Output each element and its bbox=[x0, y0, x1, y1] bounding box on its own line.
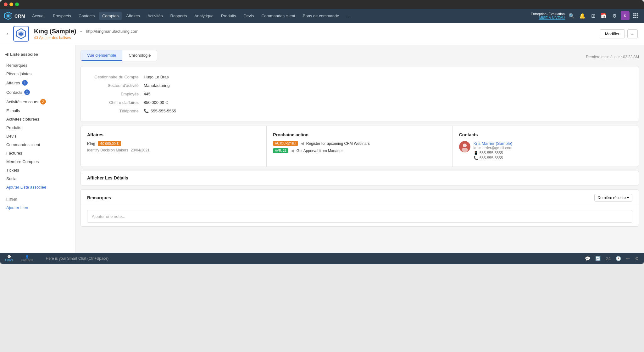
nav-contacts[interactable]: Contacts bbox=[75, 12, 98, 20]
bottombar-clock-icon[interactable]: 🕐 bbox=[616, 256, 621, 261]
action-text-2: Get Apporval from Manager bbox=[297, 149, 343, 153]
modifier-button[interactable]: Modifier bbox=[600, 29, 625, 38]
nav-prospects[interactable]: Prospects bbox=[50, 12, 74, 20]
details-header[interactable]: Afficher Les Détails bbox=[81, 171, 639, 185]
close-button[interactable] bbox=[4, 3, 8, 6]
note-input[interactable]: Ajouter une note... bbox=[87, 210, 632, 223]
user-avatar[interactable]: K bbox=[621, 11, 630, 20]
svg-point-8 bbox=[462, 148, 468, 152]
bottombar-chat-icon[interactable]: 💬 bbox=[585, 256, 590, 261]
sidebar-toggle[interactable]: ◀ Liste associée bbox=[0, 50, 75, 59]
enterprise-name: Entreprise- Évaluation bbox=[531, 12, 565, 16]
bottombar-chats[interactable]: 💬 Chats bbox=[5, 255, 13, 262]
minimize-button[interactable] bbox=[9, 3, 13, 6]
app-logo: CRM bbox=[4, 11, 25, 20]
nav-rapports[interactable]: Rapports bbox=[167, 12, 190, 20]
sidebar-toggle-icon: ◀ bbox=[5, 52, 8, 57]
sidebar-item-pieces[interactable]: Pièces jointes bbox=[0, 70, 75, 78]
calendar-icon[interactable]: 📅 bbox=[599, 11, 608, 20]
tab-chronologie[interactable]: Chronologie bbox=[122, 50, 157, 61]
mobile-icon: 📱 bbox=[474, 151, 478, 155]
nav-analytique[interactable]: Analytique bbox=[191, 12, 217, 20]
derniere-recente-dropdown[interactable]: Dernière récente ▾ bbox=[594, 194, 632, 202]
nav-accueil[interactable]: Accueil bbox=[29, 12, 48, 20]
sidebar-item-membre[interactable]: Membre Comptes bbox=[0, 157, 75, 166]
sidebar-item-activites-closures[interactable]: Activités clôturées bbox=[0, 115, 75, 123]
ajouter-lien-link[interactable]: Ajouter Lien bbox=[0, 203, 75, 212]
sidebar-item-activites-closures-label: Activités clôturées bbox=[6, 117, 39, 122]
title-separator: - bbox=[80, 28, 82, 35]
upgrade-link[interactable]: MISE À NIVEAU bbox=[531, 16, 565, 20]
company-name: King (Sample) bbox=[34, 28, 76, 35]
tab-vue-ensemble[interactable]: Vue d'ensemble bbox=[81, 50, 122, 61]
sidebar-item-contacts[interactable]: Contacts 1 bbox=[0, 88, 75, 97]
nav-produits[interactable]: Produits bbox=[218, 12, 239, 20]
action-badge-today: AUJOURD'HUI bbox=[273, 141, 298, 146]
affaires-deal-name[interactable]: King bbox=[87, 141, 95, 146]
more-options-button[interactable]: ··· bbox=[627, 29, 638, 38]
affaires-sub: Identify Decision Makers 23/04/2021 bbox=[87, 148, 260, 152]
sidebar-item-factures[interactable]: Factures bbox=[0, 149, 75, 157]
sidebar-item-pieces-label: Pièces jointes bbox=[6, 71, 31, 76]
sidebar-item-emails-label: E-mails bbox=[6, 108, 20, 113]
contact-phone: 555-555-5555 bbox=[480, 156, 503, 160]
svg-point-7 bbox=[463, 144, 467, 147]
affaires-badge: 1 bbox=[22, 80, 28, 86]
sidebar-item-affaires[interactable]: Affaires 1 bbox=[0, 78, 75, 88]
add-tag-button[interactable]: 🏷 Ajouter des balises bbox=[34, 36, 600, 40]
bottombar-24-icon[interactable]: 24 bbox=[606, 256, 611, 261]
gestionnaire-value: Hugo Le Bras bbox=[144, 75, 169, 79]
sidebar-item-remarques[interactable]: Remarques bbox=[0, 61, 75, 70]
main-layout: ◀ Liste associée Remarques Pièces jointe… bbox=[0, 45, 644, 253]
prochaine-action-title: Prochaine action bbox=[273, 132, 446, 137]
back-button[interactable]: ‹ bbox=[6, 31, 8, 37]
contacts-badge: 1 bbox=[24, 89, 30, 95]
contact-name[interactable]: Kris Marrier (Sample) bbox=[474, 141, 513, 146]
activites-badge: 2 bbox=[40, 99, 46, 105]
employes-value: 445 bbox=[144, 92, 151, 96]
sidebar-item-produits[interactable]: Produits bbox=[0, 123, 75, 132]
contact-details: Kris Marrier (Sample) krismarrier@gmail.… bbox=[474, 141, 513, 160]
sidebar-item-activites-label: Activités en cours bbox=[6, 99, 38, 104]
search-icon[interactable]: 🔍 bbox=[567, 11, 576, 20]
sidebar-item-tickets[interactable]: Tickets bbox=[0, 166, 75, 174]
contact-email: krismarrier@gmail.com bbox=[474, 146, 513, 150]
bottombar-gear-icon[interactable]: ⚙ bbox=[635, 256, 639, 261]
top-navigation: CRM Accueil Prospects Contacts Comptes A… bbox=[0, 9, 644, 23]
topnav-right-area: Entreprise- Évaluation MISE À NIVEAU 🔍 🔔… bbox=[531, 11, 640, 20]
nav-activites[interactable]: Activités bbox=[144, 12, 166, 20]
add-liste-link[interactable]: Ajouter Liste associée bbox=[0, 183, 75, 191]
bottombar-refresh-icon[interactable]: 🔄 bbox=[595, 256, 601, 261]
sidebar-item-devis[interactable]: Devis bbox=[0, 132, 75, 140]
settings-icon[interactable]: ⚙ bbox=[610, 11, 619, 20]
contact-mobile: 555-555-5555 bbox=[480, 151, 503, 155]
bell-icon[interactable]: 🔔 bbox=[578, 11, 587, 20]
nav-comptes[interactable]: Comptes bbox=[99, 12, 122, 20]
action-badge-date: AVR. 21 bbox=[273, 148, 288, 153]
action-item-2: AVR. 21 ◀ Get Apporval from Manager bbox=[273, 148, 446, 153]
sidebar-liens-section: Liens bbox=[0, 194, 75, 203]
bottombar-reply-icon[interactable]: ↩ bbox=[626, 256, 630, 261]
maximize-button[interactable] bbox=[15, 3, 19, 6]
nav-affaires[interactable]: Affaires bbox=[123, 12, 143, 20]
sidebar-item-activites[interactable]: Activités en cours 2 bbox=[0, 97, 75, 106]
main-content: Vue d'ensemble Chronologie Dernière mise… bbox=[75, 45, 644, 253]
nav-more[interactable]: ... bbox=[343, 12, 353, 20]
company-url[interactable]: http://kingmanufacturing.com bbox=[86, 29, 138, 34]
company-logo-icon bbox=[15, 28, 27, 39]
sidebar-item-emails[interactable]: E-mails bbox=[0, 106, 75, 115]
affaires-deal-item: King 60 000,00 € bbox=[87, 141, 260, 146]
nav-bons[interactable]: Bons de commande bbox=[300, 12, 342, 20]
nav-devis[interactable]: Devis bbox=[241, 12, 257, 20]
sidebar-item-commandes[interactable]: Commandes client bbox=[0, 140, 75, 149]
tag-label: Ajouter des balises bbox=[39, 36, 71, 40]
remarques-section: Remarques Dernière récente ▾ Ajouter une… bbox=[80, 189, 639, 227]
contact-avatar bbox=[459, 141, 470, 152]
bottombar-contacts[interactable]: 👤 Contacts bbox=[21, 255, 33, 262]
action-arrow-2: ◀ bbox=[291, 148, 294, 153]
nav-commandes[interactable]: Commandes client bbox=[258, 12, 298, 20]
sidebar-section-label: Liste associée bbox=[10, 52, 38, 57]
apps-icon[interactable] bbox=[631, 11, 640, 20]
new-tab-icon[interactable]: ⊞ bbox=[589, 11, 597, 20]
sidebar-item-social[interactable]: Social bbox=[0, 174, 75, 183]
